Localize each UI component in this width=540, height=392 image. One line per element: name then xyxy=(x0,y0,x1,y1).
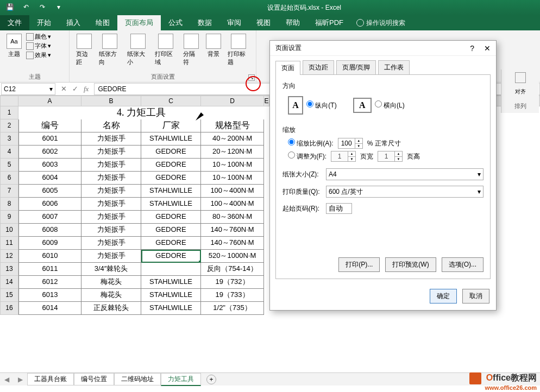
tell-me[interactable]: 操作说明搜索 xyxy=(356,18,405,28)
cell[interactable]: 6001 xyxy=(18,132,81,146)
row-header[interactable]: 7 xyxy=(0,185,18,198)
cell[interactable]: 力矩扳手 xyxy=(81,250,141,263)
cell[interactable]: 力矩扳手 xyxy=(81,185,141,198)
cell[interactable]: 19（732） xyxy=(201,276,264,289)
cell[interactable]: 3/4″棘轮头 xyxy=(81,263,141,276)
cell[interactable]: 梅花头 xyxy=(81,289,141,302)
tab-sheet[interactable]: 工作表 xyxy=(378,60,410,74)
col-header[interactable]: D xyxy=(201,96,264,106)
cell[interactable]: 6007 xyxy=(18,211,81,224)
fx-icon[interactable]: fx xyxy=(84,85,89,93)
cell[interactable]: 6011 xyxy=(18,263,81,276)
colors-button[interactable]: 颜色▾ xyxy=(26,33,51,41)
adjust-ratio-radio[interactable]: 缩放比例(A): xyxy=(288,138,334,148)
ok-button[interactable]: 确定 xyxy=(430,289,457,304)
zoom-ratio-spinner[interactable]: ▲▼ xyxy=(338,138,363,149)
row-header[interactable]: 10 xyxy=(0,224,18,237)
row-header[interactable]: 15 xyxy=(0,289,18,302)
cell[interactable]: 10～100N·M xyxy=(201,159,264,172)
row-header[interactable]: 12 xyxy=(0,250,18,263)
cell[interactable]: 6008 xyxy=(18,224,81,237)
cell[interactable]: 力矩扳手 xyxy=(81,198,141,211)
row-header[interactable]: 13 xyxy=(0,263,18,276)
cell[interactable]: STAHLWILLE xyxy=(141,289,201,302)
cell[interactable]: GEDORE xyxy=(141,172,201,185)
table-header[interactable]: 规格型号 xyxy=(201,119,264,132)
tab-review[interactable]: 审阅 xyxy=(219,15,249,30)
cell[interactable]: 140～760N·M xyxy=(201,224,264,237)
cell[interactable]: 140～760N·M xyxy=(201,237,264,250)
tab-home[interactable]: 开始 xyxy=(29,15,59,30)
cell[interactable]: STAHLWILLE xyxy=(141,302,201,315)
select-all-corner[interactable] xyxy=(0,96,18,106)
row-header[interactable]: 16 xyxy=(0,302,18,315)
cell[interactable]: GEDORE xyxy=(141,211,201,224)
tab-draw[interactable]: 绘图 xyxy=(88,15,117,30)
cell[interactable]: 10～100N·M xyxy=(201,172,264,185)
first-page-input[interactable] xyxy=(326,203,352,214)
themes-button[interactable]: Aa 主题 xyxy=(4,33,24,59)
cell[interactable]: 力矩扳手 xyxy=(81,132,141,146)
row-header[interactable]: 5 xyxy=(0,159,18,172)
cell[interactable]: 力矩扳手 xyxy=(81,211,141,224)
row-header[interactable]: 2 xyxy=(0,119,18,132)
cell[interactable]: 6014 xyxy=(18,302,81,315)
fonts-button[interactable]: 字体▾ xyxy=(26,42,51,50)
sheet-tab-active[interactable]: 力矩工具 xyxy=(161,373,201,386)
cell[interactable]: STAHLWILLE xyxy=(141,276,201,289)
row-header[interactable]: 9 xyxy=(0,211,18,224)
name-box[interactable]: C12 ▾ xyxy=(1,83,55,95)
cell[interactable]: 正反棘轮头 xyxy=(81,302,141,315)
tab-page-layout[interactable]: 页面布局 xyxy=(117,15,161,30)
row-header[interactable]: 14 xyxy=(0,276,18,289)
fit-to-radio[interactable]: 调整为(F): xyxy=(288,151,326,161)
redo-icon[interactable]: ↷ xyxy=(38,3,47,12)
page-setup-4[interactable]: 分隔符 xyxy=(181,33,202,67)
cell[interactable]: 100～400N·M xyxy=(201,198,264,211)
col-header[interactable]: C xyxy=(141,96,201,106)
cell[interactable]: GEDORE xyxy=(141,237,201,250)
cell[interactable]: 6009 xyxy=(18,237,81,250)
cell[interactable]: STAHLWILLE xyxy=(141,132,201,146)
help-icon[interactable]: ? xyxy=(470,44,474,53)
table-header[interactable]: 编号 xyxy=(18,119,81,132)
align-icon[interactable] xyxy=(515,72,526,83)
landscape-radio[interactable]: 横向(L) xyxy=(375,100,405,110)
row-header[interactable]: 11 xyxy=(0,237,18,250)
sheet-tab[interactable]: 工器具台账 xyxy=(27,373,74,385)
cell[interactable]: 6005 xyxy=(18,185,81,198)
chevron-down-icon[interactable]: ▾ xyxy=(49,85,53,93)
cell[interactable]: 6004 xyxy=(18,172,81,185)
cell[interactable]: 力矩扳手 xyxy=(81,172,141,185)
cell[interactable]: 6010 xyxy=(18,250,81,263)
page-setup-3[interactable]: 打印区域 xyxy=(153,33,179,67)
cell[interactable]: 力矩扳手 xyxy=(81,224,141,237)
sheet-tab[interactable]: 编号位置 xyxy=(74,373,114,385)
tab-data[interactable]: 数据 xyxy=(190,15,219,30)
cell[interactable]: 力矩扳手 xyxy=(81,237,141,250)
add-sheet-button[interactable]: + xyxy=(206,375,216,384)
cell[interactable] xyxy=(141,263,201,276)
cell[interactable]: GEDORE xyxy=(141,250,201,263)
page-setup-1[interactable]: 纸张方向 xyxy=(97,33,123,67)
tab-file[interactable]: 文件 xyxy=(0,15,29,30)
row-header[interactable]: 6 xyxy=(0,172,18,185)
options-button[interactable]: 选项(O)... xyxy=(442,257,484,272)
cell[interactable]: STAHLWILLE xyxy=(141,198,201,211)
enter-formula-icon[interactable]: ✓ xyxy=(72,85,78,93)
effects-button[interactable]: 效果▾ xyxy=(26,51,51,59)
cell[interactable]: 6013 xyxy=(18,289,81,302)
undo-icon[interactable]: ↶ xyxy=(22,3,30,12)
tab-foxit[interactable]: 福昕PDF xyxy=(307,15,351,30)
sheet-nav-prev-icon[interactable]: ◀ xyxy=(0,376,14,383)
dialog-titlebar[interactable]: 页面设置 ? ✕ xyxy=(270,41,496,56)
row-header[interactable]: 1 xyxy=(0,106,18,119)
page-setup-launcher[interactable]: ↘ xyxy=(248,74,255,81)
cell[interactable]: 6006 xyxy=(18,198,81,211)
sheet-tab[interactable]: 二维码地址 xyxy=(114,373,161,385)
tab-margins[interactable]: 页边距 xyxy=(303,60,334,74)
tab-view[interactable]: 视图 xyxy=(249,15,278,30)
cell[interactable]: 梅花头 xyxy=(81,276,141,289)
cell[interactable]: STAHLWILLE xyxy=(141,185,201,198)
page-setup-5[interactable]: 背景 xyxy=(204,33,223,59)
